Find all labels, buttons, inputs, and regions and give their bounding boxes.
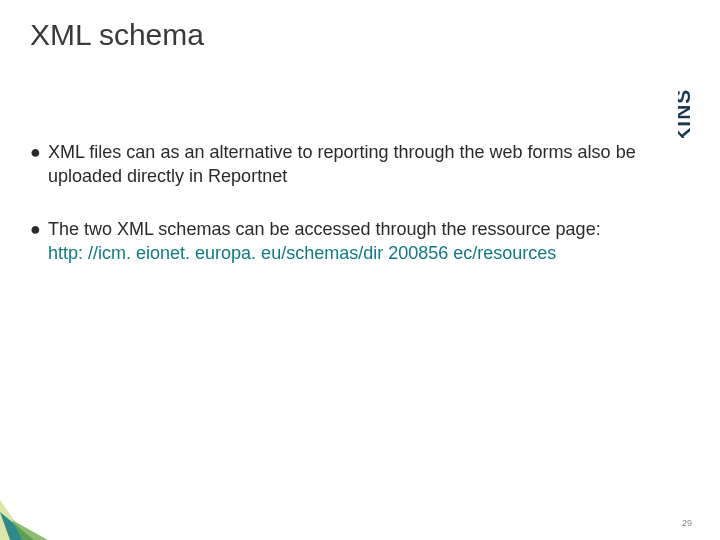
bullet-text-line: The two XML schemas can be accessed thro… [48,219,601,239]
resource-link[interactable]: http: //icm. eionet. europa. eu/schemas/… [48,243,556,263]
bullet-icon: ● [30,217,48,241]
brand-text: ATKINS [678,89,694,138]
brand-logo: ATKINS [678,18,702,138]
corner-decoration [0,500,60,540]
page-title: XML schema [30,18,204,52]
bullet-text: The two XML schemas can be accessed thro… [48,217,660,266]
list-item: ● XML files can as an alternative to rep… [30,140,660,189]
bullet-icon: ● [30,140,48,164]
content-area: ● XML files can as an alternative to rep… [30,140,660,293]
page-number: 29 [682,518,692,528]
bullet-text: XML files can as an alternative to repor… [48,140,660,189]
list-item: ● The two XML schemas can be accessed th… [30,217,660,266]
